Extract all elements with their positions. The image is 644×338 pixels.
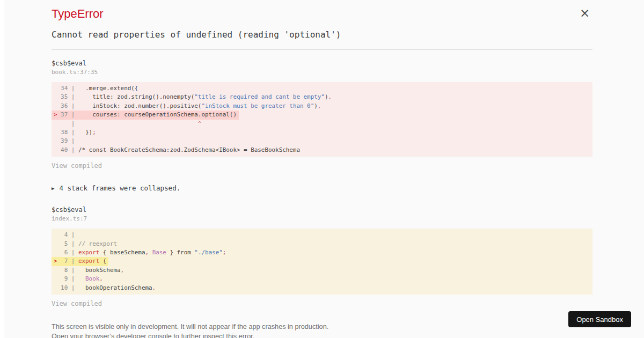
- code-line: > 7 | export {: [52, 257, 592, 266]
- frame-function: $csb$eval: [52, 206, 592, 214]
- code-line: 9 | Book,: [52, 275, 592, 283]
- overlay-content: TypeError Cannot read properties of unde…: [52, 0, 592, 338]
- code-line: 40 | /* const BookCreateSchema:zod.ZodSc…: [52, 146, 592, 155]
- code-line: 34 | .merge.extend({: [52, 84, 592, 93]
- code-line: 4 |: [52, 231, 592, 239]
- stack-frame-book: $csb$eval book.ts:37:35 34 | .merge.exte…: [52, 60, 592, 170]
- error-message: Cannot read properties of undefined (rea…: [52, 30, 592, 40]
- divider: [52, 49, 592, 50]
- code-line: 8 | bookSchema,: [52, 266, 592, 275]
- frame-location: index.ts:7: [52, 215, 592, 222]
- code-line: 38 | });: [52, 128, 592, 137]
- code-line: 35 | title: zod.string().nonempty("title…: [52, 93, 592, 101]
- error-title: TypeError: [52, 6, 592, 21]
- code-line: > 37 | courses: courseOperationSchema.op…: [52, 111, 592, 119]
- footer-note: This screen is visible only in developme…: [52, 322, 592, 338]
- code-line: 6 | export { baseSchema, Base } from "./…: [52, 248, 592, 257]
- frame-location: book.ts:37:35: [52, 69, 592, 76]
- code-line: 10 | bookOperationSchema,: [52, 284, 592, 292]
- collapsed-frames-label: 4 stack frames were collapsed.: [59, 184, 180, 192]
- code-line: 36 | inStock: zod.number().positive("inS…: [52, 102, 592, 111]
- collapsed-frames-toggle[interactable]: ▶4 stack frames were collapsed.: [52, 184, 592, 193]
- footer-line-dev: This screen is visible only in developme…: [52, 322, 592, 332]
- open-sandbox-button[interactable]: Open Sandbox: [568, 311, 631, 327]
- close-icon[interactable]: ×: [580, 7, 590, 19]
- frame-function: $csb$eval: [52, 60, 592, 68]
- code-frame: 34 | .merge.extend({ 35 | title: zod.str…: [52, 82, 592, 157]
- error-overlay: × TypeError Cannot read properties of un…: [4, 0, 644, 338]
- view-compiled-link[interactable]: View compiled: [52, 162, 592, 170]
- view-compiled-link[interactable]: View compiled: [52, 300, 592, 307]
- code-line: | ^: [52, 120, 592, 128]
- expand-triangle-icon: ▶: [52, 186, 54, 191]
- stack-frame-index: $csb$eval index.ts:7 4 | 5 | // reexport…: [52, 206, 592, 307]
- code-frame: 4 | 5 | // reexport 6 | export { baseSch…: [52, 229, 592, 295]
- code-line: 5 | // reexport: [52, 240, 592, 248]
- footer-line-console: Open your browser’s developer console to…: [52, 332, 592, 338]
- code-line: 39 |: [52, 137, 592, 145]
